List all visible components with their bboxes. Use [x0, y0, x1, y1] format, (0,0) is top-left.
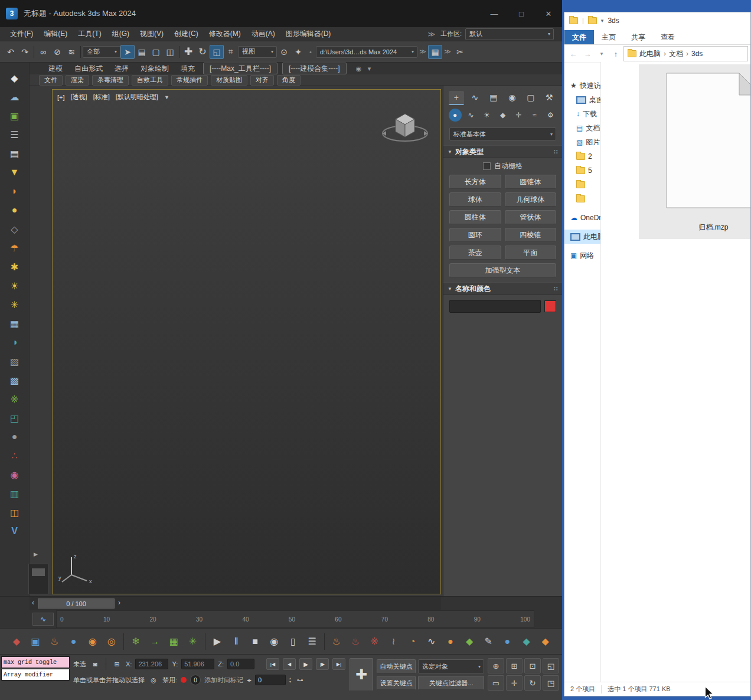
undo-icon[interactable]: ↶: [4, 45, 18, 59]
nav-folder[interactable]: [564, 192, 600, 206]
umbrella-icon[interactable]: ☂: [6, 238, 24, 257]
current-frame-field[interactable]: 0: [255, 675, 286, 685]
stop-icon[interactable]: ■: [248, 634, 262, 649]
address-box[interactable]: 此电脑 › 文档 › 3ds: [623, 46, 748, 61]
window-crossing-icon[interactable]: ◫: [163, 45, 177, 59]
export-icon[interactable]: ▣: [6, 106, 24, 125]
tab-file[interactable]: 文件: [564, 30, 594, 44]
display-tab-icon[interactable]: ▢: [523, 91, 538, 104]
snowflake-icon[interactable]: ❄: [129, 634, 143, 649]
geometry-category-icon[interactable]: ●: [449, 109, 462, 122]
select-and-link-icon[interactable]: ∞: [36, 45, 50, 59]
field-of-view-icon[interactable]: ▭: [488, 675, 504, 691]
maximize-button[interactable]: □: [508, 0, 535, 27]
name-color-rollout[interactable]: ▼ 名称和颜色 ∷: [443, 282, 562, 295]
zoom-extents-all-icon[interactable]: ◱: [543, 658, 559, 673]
viewport-layout-tabs[interactable]: [28, 564, 48, 594]
key-mode-icon[interactable]: ⊶: [295, 675, 305, 685]
image-icon[interactable]: ▨: [6, 352, 24, 371]
torus-button[interactable]: 圆环: [449, 228, 501, 242]
lights-category-icon[interactable]: ☀: [481, 109, 494, 122]
menu-overflow-icon[interactable]: ≫: [422, 30, 440, 38]
hook-icon[interactable]: ≀: [386, 634, 400, 649]
nav-network[interactable]: ▣ 网络: [564, 248, 600, 263]
sphere-button[interactable]: 球体: [449, 192, 501, 207]
teapot-button[interactable]: 茶壶: [449, 246, 501, 260]
lasso-icon[interactable]: ∿: [425, 634, 439, 649]
arrow-icon[interactable]: →: [148, 634, 162, 649]
spinner-down-icon[interactable]: ▾: [289, 680, 291, 683]
breadcrumb-documents[interactable]: 文档: [669, 49, 683, 59]
key-filters-button[interactable]: 关键点过滤器...: [418, 676, 484, 690]
tab-share[interactable]: 共享: [623, 30, 653, 44]
menu-file[interactable]: 文件(F): [5, 29, 38, 39]
funnel-icon[interactable]: ▼: [6, 163, 24, 182]
workspace-dropdown[interactable]: 默认 ▾: [465, 28, 554, 40]
plant-icon[interactable]: ※: [6, 390, 24, 408]
unlink-selection-icon[interactable]: ⊘: [50, 45, 64, 59]
absolute-mode-icon[interactable]: ⊞: [112, 659, 122, 669]
record-icon[interactable]: ◉: [267, 634, 281, 649]
play-icon[interactable]: ▶: [210, 634, 224, 649]
menu-views[interactable]: 视图(V): [135, 29, 169, 39]
textplus-button[interactable]: 加强型文本: [449, 263, 556, 277]
set-key-button[interactable]: 设置关键点: [377, 676, 416, 690]
shapes-category-icon[interactable]: ∿: [465, 109, 478, 122]
modify-tab-icon[interactable]: ∿: [467, 91, 482, 104]
ribbon2-plugins-button[interactable]: 常规插件: [171, 75, 208, 86]
x-coordinate-field[interactable]: 231.206: [135, 659, 168, 669]
menu-create[interactable]: 创建(C): [169, 29, 204, 39]
trash-icon[interactable]: ▯: [286, 634, 301, 649]
project-folder-dropdown[interactable]: d:\Users\3d…ds Max 2024 ▾: [316, 46, 417, 58]
orbit-icon[interactable]: ↻: [524, 675, 541, 691]
next-frame-icon[interactable]: ›: [118, 598, 120, 607]
bee-icon[interactable]: ✱: [6, 257, 24, 276]
flame-icon[interactable]: ♨: [348, 634, 363, 649]
forward-icon[interactable]: →: [581, 47, 594, 60]
nav-folder[interactable]: [564, 178, 600, 192]
select-and-scale-icon[interactable]: ◱: [210, 45, 224, 59]
back-icon[interactable]: ←: [567, 47, 580, 60]
menu-modifiers[interactable]: 修改器(M): [204, 29, 246, 39]
box-icon[interactable]: ▣: [28, 634, 43, 649]
macro-recorder-line[interactable]: max grid toggle: [1, 656, 70, 668]
previous-frame-icon[interactable]: ‹: [32, 598, 34, 607]
tab-home[interactable]: 主页: [594, 30, 623, 44]
film-icon[interactable]: ▤: [6, 144, 24, 163]
cone-button[interactable]: 圆锥体: [505, 175, 557, 189]
reference-coordinate-dropdown[interactable]: 视图 ▾: [238, 46, 277, 58]
viewport-pov-menu[interactable]: [透视]: [71, 93, 87, 102]
circle-icon[interactable]: ◎: [105, 634, 119, 649]
eye-icon[interactable]: ◉: [6, 465, 24, 484]
time-tag-field[interactable]: 添加时间标记: [204, 676, 243, 685]
up-icon[interactable]: ↑: [609, 47, 622, 60]
file-list-area[interactable]: 归档.mzp: [601, 62, 750, 682]
motion-tab-icon[interactable]: ◉: [504, 91, 520, 104]
burst-icon[interactable]: ✳: [186, 634, 200, 649]
select-by-name-icon[interactable]: ▤: [135, 45, 149, 59]
helpers-category-icon[interactable]: ✛: [512, 109, 525, 122]
ribbon2-cleanup-button[interactable]: 杀毒清理: [92, 75, 129, 86]
container-icon[interactable]: ◰: [6, 408, 24, 427]
ribbon-tab-max-toolbar[interactable]: [----Max_工具栏----]: [203, 63, 277, 74]
z-coordinate-field[interactable]: 0.0: [227, 659, 254, 669]
tab-view[interactable]: 查看: [653, 30, 683, 44]
maximize-viewport-icon[interactable]: ◳: [543, 675, 559, 691]
scissors-icon[interactable]: ✂: [453, 45, 467, 59]
recent-locations-icon[interactable]: ▾: [595, 47, 608, 60]
zoom-extents-icon[interactable]: ⊡: [524, 658, 541, 673]
checker-icon[interactable]: ▦: [166, 634, 181, 649]
teapot-icon[interactable]: ◆: [9, 634, 24, 649]
ribbon-tab-selection[interactable]: 选择: [109, 63, 135, 74]
box-icon[interactable]: ▦: [6, 314, 24, 333]
save-icon[interactable]: ▦: [428, 45, 442, 59]
dots-icon[interactable]: ∴: [6, 446, 24, 465]
ball-icon[interactable]: ●: [500, 634, 514, 649]
go-to-end-button[interactable]: ▶|: [332, 658, 345, 670]
nav-documents[interactable]: ▤ 文档: [564, 121, 600, 135]
object-color-swatch[interactable]: [544, 300, 556, 312]
redo-icon[interactable]: ↷: [18, 45, 32, 59]
mini-curve-editor-button[interactable]: ∿: [32, 613, 54, 626]
viewport-shading-menu[interactable]: [默认明暗处理]: [116, 93, 158, 102]
select-object-icon[interactable]: ➤: [120, 45, 135, 59]
